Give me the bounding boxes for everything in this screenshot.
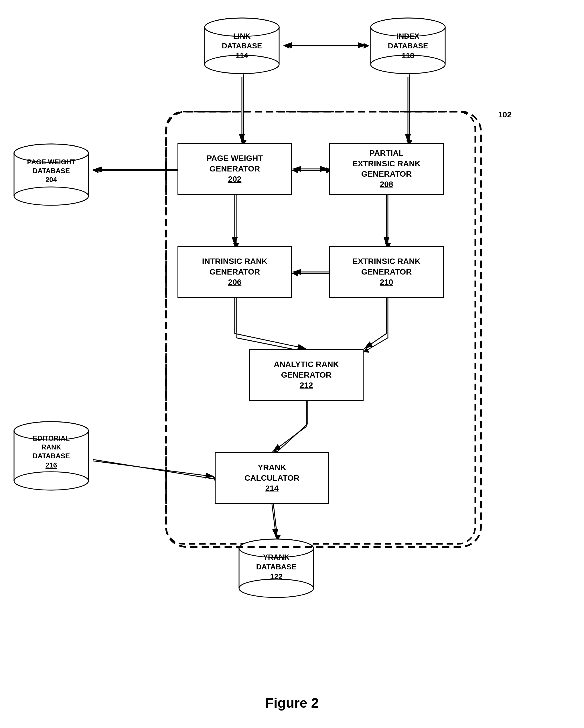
svg-line-27 [273,424,308,455]
analytic-rank-generator: ANALYTIC RANKGENERATOR 212 [249,349,364,401]
yrank-db-label: YRANKDATABASE [235,552,318,572]
svg-line-31 [273,504,278,541]
partial-ext-rank-gen-ref: 208 [352,179,421,189]
analytic-rank-gen-label: ANALYTIC RANKGENERATOR [274,359,339,380]
extrinsic-rank-gen-ref: 210 [352,277,421,287]
svg-point-61 [239,579,314,597]
svg-marker-25 [364,347,369,353]
svg-marker-18 [292,270,298,276]
svg-line-24 [364,338,388,352]
intrinsic-rank-gen-ref: 206 [202,277,268,287]
svg-marker-7 [284,43,289,49]
extrinsic-rank-generator: EXTRINSIC RANKGENERATOR 210 [329,246,444,298]
svg-marker-9 [93,167,99,173]
svg-line-77 [272,504,276,538]
page-weight-gen-label: PAGE WEIGHTGENERATOR [206,153,263,174]
link-db-ref: 114 [201,51,284,61]
page-weight-db-label: PAGE WEIGHTDATABASE [10,157,93,175]
diagram-container: LINK DATABASE 114 INDEXDATABASE 118 102 [0,0,584,728]
editorial-rank-database: EDITORIALRANKDATABASE 216 [10,421,93,495]
svg-line-75 [272,426,306,452]
page-weight-gen-ref: 202 [206,174,263,184]
yrank-calculator: YRANKCALCULATOR 214 [215,452,329,504]
page-weight-database: PAGE WEIGHTDATABASE 204 [10,143,93,209]
yrank-calc-label: YRANKCALCULATOR [244,462,299,483]
extrinsic-rank-gen-label: EXTRINSIC RANKGENERATOR [352,256,421,277]
index-db-ref: 118 [366,51,449,61]
index-database: INDEXDATABASE 118 [366,17,449,77]
link-database: LINK DATABASE 114 [201,17,284,77]
index-db-label: INDEXDATABASE [366,31,449,51]
page-weight-generator: PAGE WEIGHTGENERATOR 202 [178,143,292,195]
svg-point-49 [14,187,88,205]
yrank-database: YRANKDATABASE 122 [235,538,318,601]
page-weight-db-ref: 204 [10,175,93,184]
partial-extrinsic-rank-generator: PARTIALEXTRINSIC RANKGENERATOR 208 [329,143,444,195]
figure-label: Figure 2 [265,695,319,711]
svg-marker-12 [292,167,298,173]
partial-ext-rank-gen-label: PARTIALEXTRINSIC RANKGENERATOR [352,148,421,179]
yrank-db-ref: 122 [235,572,318,582]
analytic-rank-gen-ref: 212 [274,380,339,390]
yrank-calc-ref: 214 [244,483,299,494]
ref-102-label: 102 [498,110,511,120]
svg-line-76 [93,461,214,477]
editorial-rank-db-ref: 216 [10,461,93,469]
svg-point-55 [14,472,88,490]
intrinsic-rank-generator: INTRINSIC RANKGENERATOR 206 [178,246,292,298]
svg-line-29 [93,460,218,479]
intrinsic-rank-gen-label: INTRINSIC RANKGENERATOR [202,256,268,277]
editorial-rank-db-label: EDITORIALRANKDATABASE [10,434,93,461]
link-db-label: LINK DATABASE [201,31,284,51]
